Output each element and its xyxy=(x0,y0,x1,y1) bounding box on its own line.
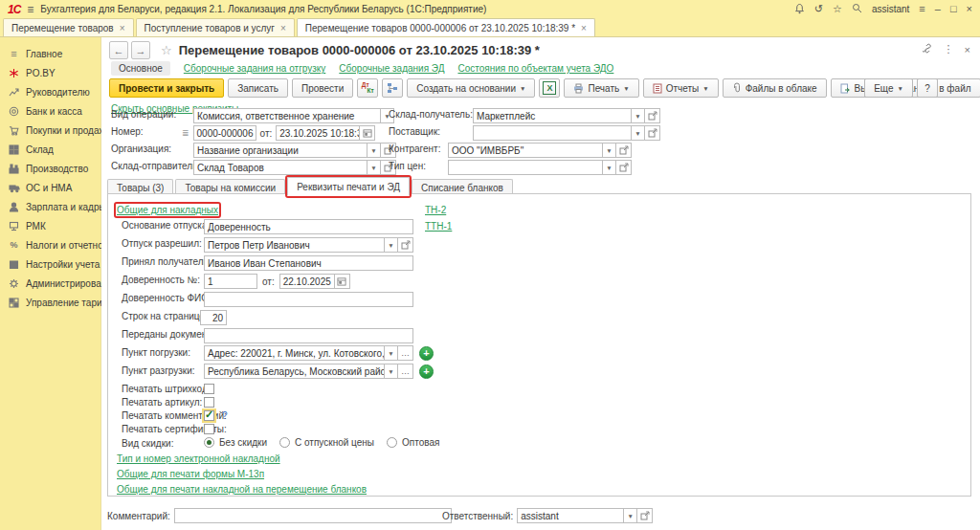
release-allowed-open-icon[interactable] xyxy=(398,237,413,253)
close-document-icon[interactable]: × xyxy=(965,44,970,55)
counterparty-open-icon[interactable] xyxy=(616,143,632,158)
post-and-close-button[interactable]: Провести и закрыть xyxy=(109,78,224,98)
create-based-on-button[interactable]: Создать на основании▼ xyxy=(407,78,535,98)
sidebar-item-manager[interactable]: Руководителю xyxy=(0,82,100,101)
history-icon[interactable]: ↺ xyxy=(814,4,823,14)
responsible-input[interactable]: assistant xyxy=(517,508,624,523)
common-for-invoices-link[interactable]: Общие для накладных xyxy=(117,205,218,215)
forward-button[interactable]: → xyxy=(131,41,150,59)
close-window-icon[interactable]: × xyxy=(967,4,972,14)
print-comment-checkbox[interactable] xyxy=(204,410,214,421)
warehouse-receiver-dropdown-button[interactable]: ▼ xyxy=(632,108,645,123)
tab-print-requisites[interactable]: Реквизиты печати и ЭД xyxy=(287,177,410,195)
sidebar-item-tariff[interactable]: Управление тарифом xyxy=(0,293,100,312)
warehouse-receiver-input[interactable]: Маркетплейс xyxy=(473,108,632,123)
print-certificates-checkbox[interactable] xyxy=(204,424,214,434)
responsible-open-icon[interactable] xyxy=(637,508,653,523)
radio-from-selling-price[interactable] xyxy=(279,437,290,448)
basis-input[interactable]: Доверенность xyxy=(204,219,413,234)
sidebar-item-warehouse[interactable]: Склад xyxy=(0,140,100,159)
loading-point-ellipsis-button[interactable]: … xyxy=(398,345,413,361)
responsible-dropdown-button[interactable]: ▼ xyxy=(624,508,637,523)
unloading-point-input[interactable]: Республика Беларусь, Московский район, г… xyxy=(204,364,385,379)
supplier-dropdown-button[interactable]: ▼ xyxy=(632,125,645,141)
price-type-input[interactable] xyxy=(448,160,603,175)
back-button[interactable]: ← xyxy=(109,41,128,59)
warehouse-receiver-open-icon[interactable] xyxy=(645,108,660,123)
sidebar-item-purchases-sales[interactable]: Покупки и продажи xyxy=(0,121,100,140)
add-loading-point-button[interactable]: + xyxy=(419,346,434,361)
date-input[interactable]: 23.10.2025 10:18:39 xyxy=(276,125,360,141)
calendar-icon[interactable] xyxy=(335,274,350,289)
ttn1-link[interactable]: ТТН-1 xyxy=(425,221,452,232)
sidebar-item-taxes[interactable]: %Налоги и отчетность xyxy=(0,235,100,254)
price-type-dropdown-button[interactable]: ▼ xyxy=(603,160,616,175)
add-unloading-point-button[interactable]: + xyxy=(419,364,434,379)
window-tab-2[interactable]: Поступление товаров и услуг × xyxy=(136,18,295,36)
poa-name-input[interactable] xyxy=(204,292,413,307)
release-allowed-input[interactable]: Петров Петр Иванович xyxy=(204,237,385,253)
sidebar-item-salary-hr[interactable]: Зарплата и кадры xyxy=(0,197,100,216)
unloading-point-ellipsis-button[interactable]: … xyxy=(398,364,413,379)
main-menu-icon[interactable]: ≡ xyxy=(27,3,33,16)
m13p-print-link[interactable]: Общие для печати формы М-13п xyxy=(117,469,264,479)
favorite-star-icon[interactable]: ☆ xyxy=(161,43,172,57)
maximize-icon[interactable]: □ xyxy=(950,4,957,14)
close-tab-icon[interactable]: × xyxy=(280,23,286,33)
number-input[interactable]: 0000-000006 xyxy=(193,125,256,141)
excel-export-button[interactable]: X xyxy=(539,78,560,98)
sidebar-item-main[interactable]: ≡Главное xyxy=(0,44,100,63)
print-button[interactable]: Печать▼ xyxy=(564,78,638,98)
supplier-open-icon[interactable] xyxy=(645,125,660,141)
close-tab-icon[interactable]: × xyxy=(120,23,125,33)
sidebar-item-administration[interactable]: Администрирование xyxy=(0,274,100,293)
loading-point-dropdown-button[interactable]: ▼ xyxy=(385,345,398,361)
sidebar-item-po-by[interactable]: PO.BY xyxy=(0,63,100,82)
reports-button[interactable]: Отчеты▼ xyxy=(643,78,719,98)
forms-movement-invoice-link[interactable]: Общие для печати накладной на перемещени… xyxy=(117,484,367,495)
document-structure-button[interactable] xyxy=(382,78,403,98)
counterparty-dropdown-button[interactable]: ▼ xyxy=(603,143,616,158)
price-type-open-icon[interactable] xyxy=(616,160,632,175)
print-barcode-checkbox[interactable] xyxy=(204,384,214,394)
show-postings-button[interactable]: ДтКт xyxy=(357,78,378,98)
favorites-icon[interactable]: ☆ xyxy=(833,4,842,14)
service-menu-icon[interactable]: ≡ xyxy=(919,4,924,14)
nav-link-assembly-shipment[interactable]: Сборочные задания на отгрузку xyxy=(184,63,325,74)
warehouse-sender-input[interactable]: Склад Товаров xyxy=(193,160,368,175)
close-tab-icon[interactable]: × xyxy=(581,23,587,33)
print-article-checkbox[interactable] xyxy=(204,397,214,408)
unloading-point-dropdown-button[interactable]: ▼ xyxy=(385,364,398,379)
more-button[interactable]: Еще▼ xyxy=(864,78,913,98)
sidebar-item-os-nma[interactable]: ОС и НМА xyxy=(0,178,100,197)
radio-no-discount[interactable] xyxy=(204,437,214,448)
comment-input[interactable] xyxy=(174,508,452,523)
notifications-icon[interactable] xyxy=(794,3,805,16)
nav-link-edo-states[interactable]: Состояния по объектам учета ЭДО xyxy=(457,63,613,74)
help-link[interactable]: ? xyxy=(222,410,228,421)
supplier-input[interactable] xyxy=(473,125,632,141)
warehouse-sender-dropdown-button[interactable]: ▼ xyxy=(368,160,381,175)
post-button[interactable]: Провести xyxy=(292,78,353,98)
more-menu-icon[interactable]: ⋮ xyxy=(944,43,954,55)
sidebar-item-accounting-settings[interactable]: Настройки учета xyxy=(0,254,100,274)
tn2-link[interactable]: ТН-2 xyxy=(425,205,446,215)
organization-dropdown-button[interactable]: ▼ xyxy=(368,143,381,158)
electronic-invoice-type-link[interactable]: Тип и номер электронной накладной xyxy=(117,453,280,464)
current-user[interactable]: assistant xyxy=(872,4,909,14)
organization-input[interactable]: Название организации xyxy=(193,143,368,158)
write-button[interactable]: Записать xyxy=(228,78,288,98)
nav-link-assembly-ed[interactable]: Сборочные задания ЭД xyxy=(339,63,444,74)
sidebar-item-bank-cash[interactable]: Банк и касса xyxy=(0,101,100,121)
documents-passed-input[interactable] xyxy=(204,328,413,343)
radio-wholesale[interactable] xyxy=(387,437,397,448)
minimize-icon[interactable]: – xyxy=(935,4,941,14)
poa-number-input[interactable]: 1 xyxy=(204,274,257,289)
rows-per-page-input[interactable]: 20 xyxy=(200,310,227,325)
poa-date-input[interactable]: 22.10.2025 xyxy=(279,274,335,289)
window-tab-3-active[interactable]: Перемещение товаров 0000-000006 от 23.10… xyxy=(297,18,595,36)
receiver-input[interactable]: Иванов Иван Степанович xyxy=(204,255,413,271)
sidebar-item-rmk[interactable]: РМК xyxy=(0,216,100,235)
loading-point-input[interactable]: Адрес: 220021, г. Минск, ул. Котовского,… xyxy=(204,345,385,361)
sidebar-item-production[interactable]: Производство xyxy=(0,159,100,178)
